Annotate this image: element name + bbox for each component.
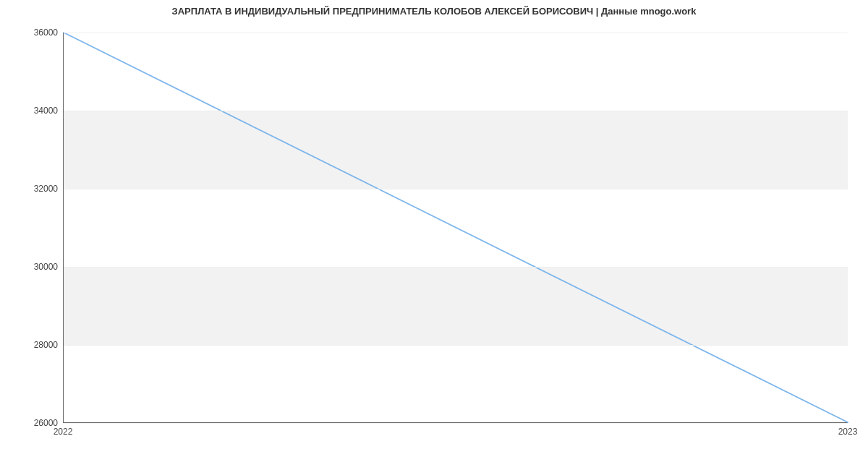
gridline	[64, 111, 848, 111]
y-tick-label: 32000	[7, 184, 58, 194]
gridline	[64, 33, 848, 33]
plot-area	[63, 33, 848, 423]
gridline	[64, 267, 848, 268]
series-line	[64, 33, 848, 422]
chart-title: ЗАРПЛАТА В ИНДИВИДУАЛЬНЫЙ ПРЕДПРИНИМАТЕЛ…	[0, 6, 868, 17]
y-tick-label: 28000	[7, 340, 58, 350]
gridline	[64, 345, 848, 346]
x-tick-label: 2023	[838, 427, 858, 437]
line-layer	[64, 33, 848, 422]
gridline	[64, 423, 848, 424]
y-tick-label: 36000	[7, 27, 58, 38]
y-tick-label: 34000	[7, 106, 58, 116]
y-tick-label: 26000	[7, 418, 58, 428]
y-tick-label: 30000	[7, 262, 58, 272]
chart-container: ЗАРПЛАТА В ИНДИВИДУАЛЬНЫЙ ПРЕДПРИНИМАТЕЛ…	[0, 0, 868, 470]
x-tick-label: 2022	[54, 427, 73, 437]
gridline	[64, 189, 848, 189]
